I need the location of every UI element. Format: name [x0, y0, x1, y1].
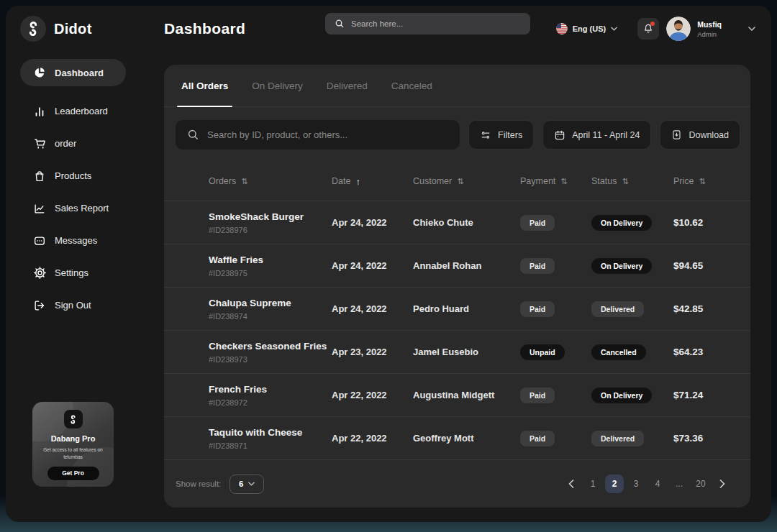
download-icon [671, 129, 682, 140]
sidebar-item-leaderboard[interactable]: Leaderboard [6, 95, 164, 127]
tab-on-delivery[interactable]: On Delivery [252, 65, 303, 106]
order-date: Apr 23, 2022 [332, 347, 413, 357]
table-row[interactable]: Waffle Fries #ID238975 Apr 24, 2022 Anna… [164, 244, 750, 288]
download-button[interactable]: Download [660, 120, 740, 150]
order-id: #ID238976 [209, 226, 332, 234]
order-customer: Pedro Huard [413, 303, 520, 314]
download-label: Download [689, 130, 729, 140]
table-row[interactable]: Taquito with Cheese #ID238971 Apr 22, 20… [164, 417, 750, 460]
order-date: Apr 22, 2022 [332, 390, 413, 400]
sidebar-item-label: order [55, 138, 76, 149]
sidebar-item-order[interactable]: order [6, 127, 164, 160]
order-search[interactable] [176, 120, 460, 150]
sidebar-item-settings[interactable]: Settings [6, 257, 164, 289]
promo-subtitle: Get access to all features on tetumbas [42, 446, 104, 462]
bar-chart-icon [32, 104, 47, 119]
sidebar-item-products[interactable]: Products [6, 160, 164, 192]
order-tabs: All Orders On Delivery Delivered Cancele… [164, 65, 750, 107]
tab-canceled[interactable]: Canceled [391, 65, 432, 106]
column-header-status[interactable]: Status ⇅ [591, 176, 673, 186]
brand-logo[interactable]: Didot [20, 16, 164, 42]
language-selector[interactable]: Eng (US) [556, 23, 617, 35]
column-header-orders[interactable]: Orders ⇅ [209, 176, 332, 186]
app-window: Didot Dashboard Leaderboard order [6, 6, 771, 522]
table-footer: Show result: 6 1 2 3 4 ... 20 [164, 460, 750, 508]
column-header-payment[interactable]: Payment ⇅ [520, 176, 591, 186]
search-icon [187, 129, 199, 141]
previous-page-button[interactable] [562, 474, 581, 493]
next-page-button[interactable] [713, 474, 732, 493]
sidebar-nav: Dashboard Leaderboard order Products [6, 59, 164, 321]
order-price: $71.24 [673, 390, 733, 400]
sidebar-item-sign-out[interactable]: Sign Out [6, 289, 164, 321]
order-id: #ID238975 [209, 269, 332, 278]
payment-badge: Paid [520, 301, 555, 317]
orders-panel: All Orders On Delivery Delivered Cancele… [164, 65, 750, 508]
order-product: Chalupa Supreme [209, 298, 332, 308]
order-price: $42.85 [673, 303, 733, 314]
table-row[interactable]: French Fries #ID238972 Apr 22, 2022 Augu… [164, 374, 750, 417]
notifications-button[interactable] [637, 18, 659, 40]
sidebar-item-messages[interactable]: Messages [6, 224, 164, 257]
sidebar: Didot Dashboard Leaderboard order [6, 6, 164, 522]
page-number[interactable]: 3 [627, 474, 645, 493]
column-header-price[interactable]: Price ⇅ [673, 176, 733, 186]
sidebar-item-label: Products [55, 170, 91, 181]
order-customer: Jamel Eusebio [413, 347, 520, 357]
status-badge: Delivered [591, 431, 644, 446]
sign-out-icon [32, 298, 47, 313]
order-product: French Fries [209, 384, 332, 395]
sidebar-item-label: Dashboard [55, 68, 104, 78]
global-search-input[interactable] [351, 19, 521, 28]
user-name: Musfiq [697, 20, 722, 29]
sidebar-item-sales-report[interactable]: Sales Report [6, 192, 164, 224]
show-result-label: Show result: [176, 480, 221, 488]
avatar [666, 17, 691, 41]
order-date: Apr 24, 2022 [332, 217, 413, 228]
order-customer: Chieko Chute [413, 217, 520, 228]
brand-logo-icon [20, 16, 46, 42]
chevron-down-icon [248, 482, 255, 486]
search-icon [335, 19, 345, 29]
gear-icon [32, 266, 47, 280]
calendar-icon [554, 129, 565, 141]
get-pro-button[interactable]: Get Pro [47, 467, 99, 480]
page-number[interactable]: 4 [648, 474, 667, 493]
date-range-button[interactable]: April 11 - April 24 [542, 120, 651, 150]
payment-badge: Paid [520, 431, 555, 446]
brand-name: Didot [54, 21, 92, 37]
notification-dot [650, 22, 655, 26]
order-price: $64.23 [673, 347, 733, 357]
order-id: #ID238971 [209, 441, 332, 450]
table-row[interactable]: Checkers Seasoned Fries #ID238973 Apr 23… [164, 331, 750, 374]
page-number[interactable]: 20 [691, 474, 710, 493]
top-bar-controls: Eng (US) [556, 12, 755, 46]
table-row[interactable]: Chalupa Supreme #ID238974 Apr 24, 2022 P… [164, 288, 750, 331]
sidebar-item-dashboard[interactable]: Dashboard [20, 59, 126, 86]
table-row[interactable]: SmokeShack Burger #ID238976 Apr 24, 2022… [164, 201, 750, 244]
column-header-date[interactable]: Date ↑ [332, 176, 413, 187]
line-chart-icon [32, 201, 47, 216]
status-badge: On Delivery [591, 387, 652, 403]
order-search-input[interactable] [207, 129, 448, 140]
sort-icon: ⇅ [457, 177, 463, 186]
sort-icon: ⇅ [699, 177, 705, 186]
payment-badge: Unpaid [520, 344, 565, 360]
payment-badge: Paid [520, 387, 555, 403]
user-menu[interactable]: Musfiq Admin [666, 17, 755, 41]
date-range-label: April 11 - April 24 [572, 130, 640, 140]
tab-all-orders[interactable]: All Orders [181, 65, 228, 106]
bag-icon [32, 169, 47, 183]
sidebar-item-label: Sales Report [55, 203, 109, 214]
order-date: Apr 24, 2022 [332, 303, 413, 314]
tab-delivered[interactable]: Delivered [327, 65, 368, 106]
filters-button[interactable]: Filters [468, 120, 534, 150]
column-header-customer[interactable]: Customer ⇅ [413, 176, 520, 186]
page-size-value: 6 [239, 480, 243, 488]
page-number-current[interactable]: 2 [605, 474, 624, 493]
user-role: Admin [697, 30, 722, 38]
page-number[interactable]: 1 [583, 474, 602, 493]
global-search[interactable] [325, 13, 530, 35]
page-size-select[interactable]: 6 [230, 474, 264, 494]
pie-chart-icon [32, 65, 47, 80]
